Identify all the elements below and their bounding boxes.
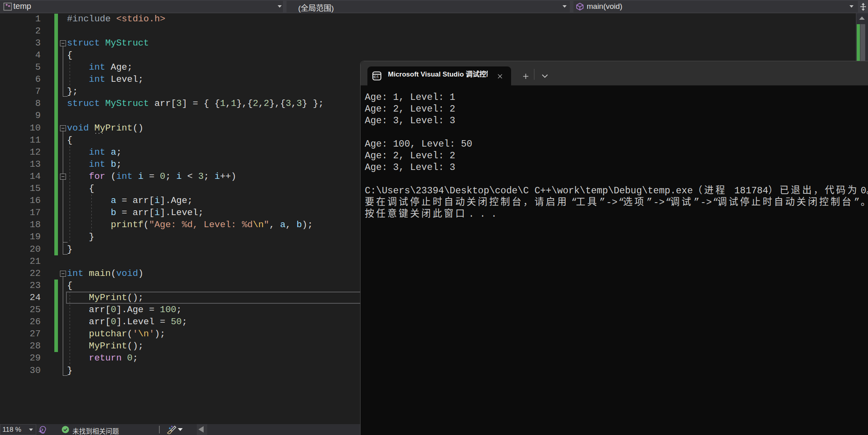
svg-text:C:\: C:\ (374, 75, 379, 79)
